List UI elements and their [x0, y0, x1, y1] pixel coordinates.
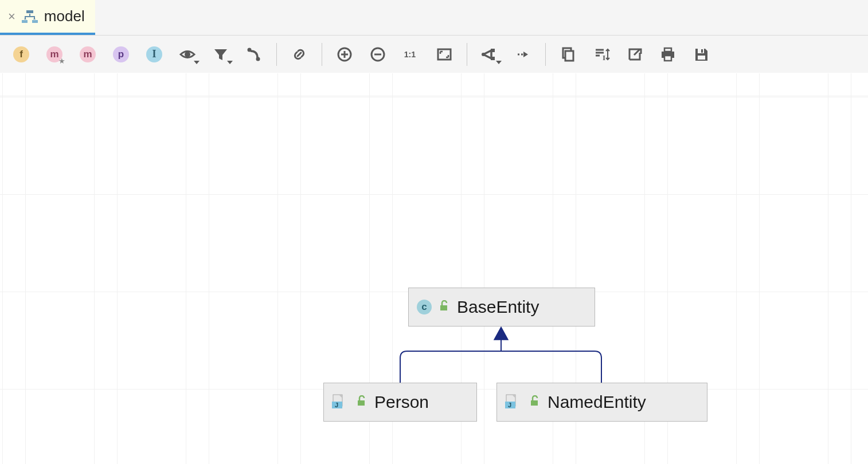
interfaces-button[interactable]: I: [138, 40, 171, 69]
star-icon: ★: [58, 57, 65, 65]
java-file-icon: J: [505, 394, 522, 411]
tab-label: model: [44, 7, 85, 25]
separator: [276, 43, 277, 66]
fit-button[interactable]: [428, 40, 461, 69]
save-button[interactable]: [685, 40, 718, 69]
svg-text:J: J: [335, 402, 338, 408]
zoom-actual-button[interactable]: 1:1: [394, 40, 428, 69]
svg-rect-26: [358, 400, 365, 406]
properties-button[interactable]: p: [104, 40, 138, 69]
svg-rect-18: [664, 56, 671, 61]
svg-rect-20: [698, 56, 705, 60]
methods-starred-button[interactable]: m★: [38, 40, 71, 69]
svg-rect-19: [698, 49, 704, 53]
separator: [545, 43, 546, 66]
node-person[interactable]: J Person: [323, 383, 477, 422]
methods-button[interactable]: m: [71, 40, 104, 69]
svg-point-5: [256, 57, 260, 61]
svg-rect-11: [491, 57, 495, 60]
text-size-button[interactable]: I: [585, 40, 618, 69]
svg-point-3: [185, 52, 190, 57]
close-icon[interactable]: ×: [8, 10, 15, 23]
node-base-entity[interactable]: c BaseEntity: [408, 288, 595, 327]
svg-rect-14: [565, 51, 573, 61]
svg-rect-16: [664, 48, 671, 52]
diagram-tab-icon: [21, 10, 38, 23]
class-icon: c: [417, 300, 432, 314]
package-unlock-icon: [529, 395, 541, 409]
node-named-entity[interactable]: J NamedEntity: [496, 383, 707, 422]
toolbar: f m★ m p I 1:1 I: [0, 36, 868, 73]
visibility-button[interactable]: [171, 40, 204, 69]
tab-model[interactable]: × model: [0, 0, 95, 35]
link-button[interactable]: [283, 40, 316, 69]
java-file-icon: J: [332, 394, 349, 411]
separator: [322, 43, 322, 66]
zoom-in-button[interactable]: [328, 40, 361, 69]
svg-rect-2: [32, 20, 38, 23]
node-label: BaseEntity: [457, 297, 539, 317]
fields-button[interactable]: f: [5, 40, 38, 69]
diagram-canvas[interactable]: c BaseEntity J Person J: [0, 73, 868, 464]
route-button[interactable]: [237, 40, 271, 69]
separator: [467, 43, 467, 66]
filter-button[interactable]: [204, 40, 237, 69]
svg-text:J: J: [508, 402, 511, 408]
svg-rect-21: [701, 49, 703, 53]
svg-rect-1: [22, 20, 28, 23]
zoom-out-button[interactable]: [361, 40, 394, 69]
svg-text:1:1: 1:1: [404, 50, 416, 59]
svg-rect-9: [438, 49, 451, 60]
layout-button[interactable]: [473, 40, 506, 69]
svg-rect-10: [491, 49, 495, 52]
package-unlock-icon: [356, 395, 367, 409]
dropdown-caret-icon: [194, 61, 200, 64]
node-label: Person: [374, 392, 429, 412]
svg-point-12: [482, 53, 485, 56]
export-button[interactable]: [618, 40, 651, 69]
goto-button[interactable]: [506, 40, 539, 69]
tab-bar: × model: [0, 0, 868, 36]
dropdown-caret-icon: [496, 61, 502, 64]
svg-rect-22: [440, 305, 447, 310]
package-unlock-icon: [439, 300, 450, 314]
svg-rect-30: [531, 400, 538, 406]
svg-text:I: I: [603, 53, 605, 62]
svg-rect-0: [26, 10, 33, 13]
copy-button[interactable]: [552, 40, 585, 69]
dropdown-caret-icon: [227, 61, 233, 64]
print-button[interactable]: [651, 40, 685, 69]
node-label: NamedEntity: [548, 392, 646, 412]
